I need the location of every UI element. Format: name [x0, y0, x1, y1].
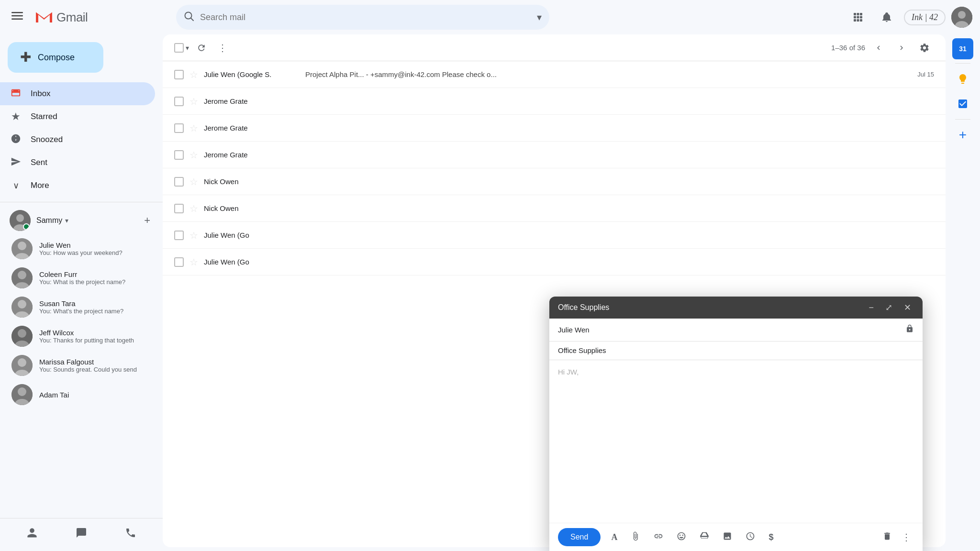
more-dots-icon: ⋮ — [218, 42, 227, 54]
prev-page-button[interactable] — [869, 38, 888, 57]
schedule-icon[interactable] — [743, 529, 758, 546]
notifications-button[interactable] — [875, 6, 898, 29]
email-subject: Project Alpha Pit... - +sammy@ink-42.com… — [305, 70, 900, 78]
email-row[interactable]: ☆ Jerome Grate — [163, 88, 946, 115]
email-sender: Nick Owen — [204, 177, 300, 186]
email-row[interactable]: ☆ Nick Owen — [163, 168, 946, 195]
right-sidebar: 31 + — [946, 34, 980, 551]
email-star[interactable]: ☆ — [189, 230, 198, 241]
email-star[interactable]: ☆ — [189, 203, 198, 214]
calendar-right-icon[interactable]: 31 — [952, 38, 973, 59]
sidebar-item-sent[interactable]: Sent — [0, 151, 155, 174]
photos-icon[interactable] — [720, 529, 735, 546]
link-icon[interactable] — [651, 529, 666, 546]
contacts-icon-btn[interactable] — [22, 523, 42, 542]
email-row[interactable]: ☆ Julie Wen (Go — [163, 222, 946, 249]
sidebar-item-more[interactable]: ∨ More — [0, 174, 155, 197]
user-avatar[interactable] — [951, 7, 972, 28]
compose-expand-button[interactable]: ⤢ — [882, 301, 895, 314]
refresh-button[interactable] — [192, 38, 211, 57]
dollar-icon[interactable]: $ — [766, 529, 776, 545]
sidebar-item-snoozed[interactable]: Snoozed — [0, 128, 155, 151]
menu-icon[interactable] — [8, 6, 27, 28]
email-star[interactable]: ☆ — [189, 176, 198, 187]
jeff-wilcox-preview: You: Thanks for putting that togeth — [39, 337, 151, 344]
sidebar-bottom-icons — [0, 518, 163, 547]
jeff-wilcox-info: Jeff Wilcox You: Thanks for putting that… — [39, 329, 151, 344]
email-star[interactable]: ☆ — [189, 69, 198, 80]
attach-icon[interactable] — [628, 529, 643, 546]
tasks-right-icon[interactable] — [951, 92, 974, 115]
apps-button[interactable] — [846, 6, 869, 29]
compose-minimize-button[interactable]: − — [866, 302, 877, 314]
delete-compose-icon[interactable] — [880, 529, 895, 546]
email-star[interactable]: ☆ — [189, 149, 198, 161]
more-options-button[interactable]: ⋮ — [213, 38, 232, 57]
email-checkbox[interactable] — [174, 231, 184, 240]
snoozed-icon — [10, 133, 22, 146]
emoji-icon[interactable] — [674, 529, 689, 546]
more-compose-icon[interactable]: ⋮ — [899, 529, 914, 546]
select-dropdown-icon[interactable]: ▾ — [185, 43, 190, 53]
email-checkbox[interactable] — [174, 70, 184, 79]
chat-contact-susan-tara[interactable]: Susan Tara You: What's the project name? — [4, 293, 159, 321]
chat-icon-btn[interactable] — [72, 523, 91, 542]
compose-subject-field[interactable]: Office Supplies — [558, 346, 606, 354]
email-checkbox[interactable] — [174, 97, 184, 106]
email-row[interactable]: ☆ Nick Owen — [163, 195, 946, 222]
next-page-button[interactable] — [892, 38, 911, 57]
compose-title: Office Supplies — [558, 303, 860, 312]
format-text-icon[interactable]: A — [608, 529, 620, 545]
email-checkbox[interactable] — [174, 123, 184, 133]
compose-header[interactable]: Office Supplies − ⤢ ✕ — [549, 297, 923, 319]
compose-to-field[interactable]: Julie Wen — [558, 326, 901, 334]
compose-body-area[interactable]: Hi JW, — [549, 360, 923, 523]
settings-button[interactable] — [915, 38, 934, 57]
chat-contact-julie-wen[interactable]: Julie Wen You: How was your weekend? — [4, 234, 159, 263]
email-row[interactable]: ☆ Julie Wen (Google S. Project Alpha Pit… — [163, 61, 946, 88]
compose-button[interactable]: ✚ Compose — [8, 42, 103, 73]
chat-contact-coleen-furr[interactable]: Coleen Furr You: What is the project nam… — [4, 264, 159, 292]
email-checkbox[interactable] — [174, 177, 184, 187]
svg-line-4 — [191, 18, 193, 20]
email-row[interactable]: ☆ Jerome Grate — [163, 115, 946, 142]
lightbulb-right-icon[interactable] — [951, 67, 974, 90]
sidebar-item-starred[interactable]: ★ Starred — [0, 105, 155, 128]
search-dropdown-icon[interactable]: ▾ — [537, 11, 542, 23]
email-star[interactable]: ☆ — [189, 256, 198, 268]
susan-tara-avatar — [11, 297, 33, 318]
contacts-header[interactable]: Sammy ▾ + — [0, 207, 163, 234]
compose-close-button[interactable]: ✕ — [901, 301, 914, 314]
search-input[interactable] — [200, 12, 531, 22]
email-star[interactable]: ☆ — [189, 122, 198, 134]
drive-icon[interactable] — [697, 529, 712, 546]
susan-tara-preview: You: What's the project name? — [39, 308, 151, 315]
email-row[interactable]: ☆ Julie Wen (Go — [163, 249, 946, 276]
sidebar-item-inbox[interactable]: Inbox — [0, 82, 155, 105]
chat-contact-jeff-wilcox[interactable]: Jeff Wilcox You: Thanks for putting that… — [4, 322, 159, 351]
add-contact-icon[interactable]: + — [141, 211, 153, 230]
chat-contact-marissa-falgoust[interactable]: Marissa Falgoust You: Sounds great. Coul… — [4, 351, 159, 380]
sidebar: ✚ Compose Inbox ★ Starred Snoozed — [0, 34, 163, 551]
svg-point-18 — [16, 214, 24, 222]
compose-to-row: Julie Wen — [549, 319, 923, 342]
phone-icon-btn[interactable] — [121, 523, 140, 542]
marissa-falgoust-preview: You: Sounds great. Could you send — [39, 366, 151, 373]
email-checkbox[interactable] — [174, 257, 184, 267]
email-row[interactable]: ☆ Jerome Grate — [163, 142, 946, 168]
header-right: Ink | 42 — [846, 6, 972, 29]
search-bar[interactable]: ▾ — [176, 5, 549, 30]
ink42-badge[interactable]: Ink | 42 — [904, 10, 946, 25]
gmail-logo: Gmail — [34, 9, 88, 25]
inbox-icon — [10, 88, 22, 100]
send-button[interactable]: Send — [558, 528, 601, 546]
email-checkbox[interactable] — [174, 150, 184, 160]
starred-label: Starred — [31, 112, 57, 121]
email-toolbar: ▾ ⋮ 1–36 of 36 — [163, 34, 946, 61]
email-date: Jul 15 — [905, 71, 934, 78]
chat-contact-adam-tai[interactable]: Adam Tai — [4, 380, 159, 409]
add-right-icon[interactable]: + — [951, 123, 974, 146]
select-all-checkbox[interactable] — [174, 43, 184, 53]
email-star[interactable]: ☆ — [189, 96, 198, 107]
email-checkbox[interactable] — [174, 204, 184, 213]
